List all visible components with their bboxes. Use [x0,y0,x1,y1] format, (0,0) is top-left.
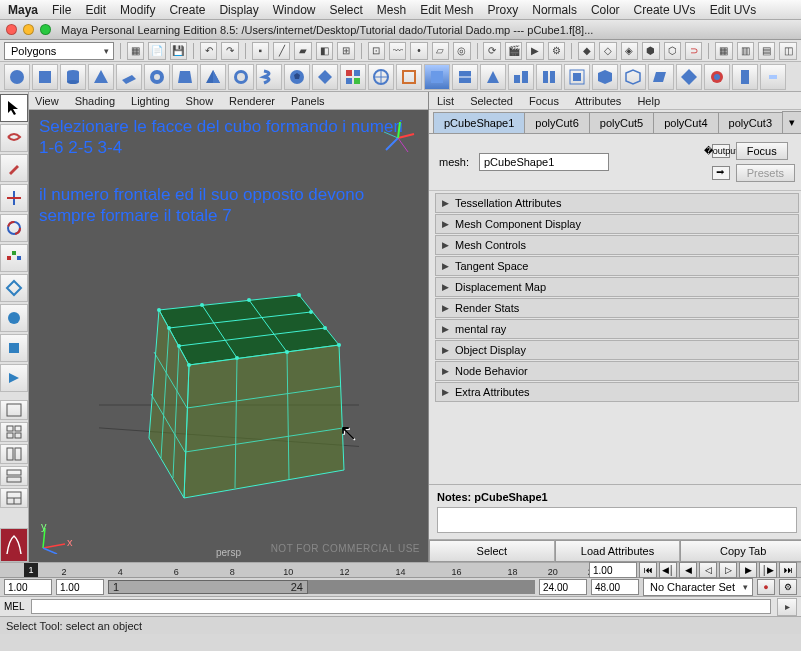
tab-polycut6[interactable]: polyCut6 [524,112,589,133]
load-attributes-button[interactable]: Load Attributes [555,540,681,562]
menu-color[interactable]: Color [591,3,620,17]
last-tool[interactable] [0,364,28,392]
snap-point-button[interactable]: • [410,42,427,60]
undo-button[interactable]: ↶ [200,42,217,60]
shelf-tool-icon[interactable] [676,64,702,90]
sel-vertex-button[interactable]: ▪ [252,42,269,60]
shelf-tool-icon[interactable] [732,64,758,90]
layout-four-button[interactable] [0,422,28,442]
tab-polycut3[interactable]: polyCut3 [718,112,783,133]
section-extra-attributes[interactable]: ▶Extra Attributes [435,382,799,402]
attr-menu-focus[interactable]: Focus [529,95,559,107]
current-frame-marker[interactable]: 1 [24,563,38,577]
attr-menu-selected[interactable]: Selected [470,95,513,107]
snap-live-button[interactable]: ◎ [453,42,470,60]
shelf-tool-icon[interactable] [620,64,646,90]
shelf-tool-icon[interactable] [536,64,562,90]
shelf-tool-icon[interactable] [760,64,786,90]
menu-mesh[interactable]: Mesh [377,3,406,17]
layout-icon[interactable]: ▤ [758,42,775,60]
layout-icon[interactable]: ◫ [779,42,796,60]
go-to-end-button[interactable]: ⏭ [779,562,797,578]
focus-button[interactable]: Focus [736,142,788,160]
paint-select-tool[interactable] [0,154,28,182]
save-scene-button[interactable]: 💾 [170,42,187,60]
attr-menu-help[interactable]: Help [637,95,660,107]
goto-output-icon[interactable]: ⮕ [712,166,730,180]
snap-grid-button[interactable]: ⊡ [368,42,385,60]
playback-speed-field[interactable]: 1.00 [589,562,637,578]
show-manip-tool[interactable] [0,334,28,362]
select-tool[interactable] [0,94,28,122]
time-ruler[interactable]: 1 2 4 6 8 10 12 14 16 18 20 22 24 1 1.00… [0,563,801,578]
redo-button[interactable]: ↷ [221,42,238,60]
playback-start-field[interactable]: 1.00 [56,579,104,595]
shelf-pipe-button[interactable] [228,64,254,90]
menu-window[interactable]: Window [273,3,316,17]
shelf-tool-icon[interactable] [396,64,422,90]
tab-polycut5[interactable]: polyCut5 [589,112,654,133]
section-mesh-component-display[interactable]: ▶Mesh Component Display [435,214,799,234]
sel-uv-button[interactable]: ⊞ [337,42,354,60]
menu-file[interactable]: File [52,3,71,17]
section-tessellation[interactable]: ▶Tessellation Attributes [435,193,799,213]
play-fwd-button[interactable]: ▷ [719,562,737,578]
tab-pcubeshape1[interactable]: pCubeShape1 [433,112,525,133]
step-fwd-button[interactable]: ▶ [739,562,757,578]
misc-icon[interactable]: ◇ [599,42,616,60]
menu-createuvs[interactable]: Create UVs [634,3,696,17]
section-tangent-space[interactable]: ▶Tangent Space [435,256,799,276]
vp-menu-renderer[interactable]: Renderer [229,95,275,107]
shelf-cube-button[interactable] [32,64,58,90]
sel-object-button[interactable]: ◧ [316,42,333,60]
app-menu[interactable]: Maya [8,3,38,17]
shelf-tool-icon[interactable] [648,64,674,90]
manip-tool[interactable] [0,274,28,302]
vp-menu-view[interactable]: View [35,95,59,107]
section-node-behavior[interactable]: ▶Node Behavior [435,361,799,381]
select-node-button[interactable]: Select [429,540,555,562]
soft-mod-tool[interactable] [0,304,28,332]
new-scene-button[interactable]: ▦ [127,42,144,60]
shelf-platonic-button[interactable] [312,64,338,90]
presets-button[interactable]: Presets [736,164,795,182]
section-displacement-map[interactable]: ▶Displacement Map [435,277,799,297]
vp-menu-show[interactable]: Show [186,95,214,107]
command-input[interactable] [31,599,771,614]
shelf-tool-icon[interactable] [368,64,394,90]
misc-icon[interactable]: ⬢ [642,42,659,60]
character-set-selector[interactable]: No Character Set [643,578,753,596]
move-tool[interactable] [0,184,28,212]
shelf-prism-button[interactable] [172,64,198,90]
shelf-tool-icon[interactable] [452,64,478,90]
menu-edit[interactable]: Edit [85,3,106,17]
render-settings-button[interactable]: ⚙ [548,42,565,60]
sel-edge-button[interactable]: ╱ [273,42,290,60]
range-slider[interactable]: 1 24 [108,580,535,594]
menu-display[interactable]: Display [219,3,258,17]
shelf-pyramid-button[interactable] [200,64,226,90]
shelf-cone-button[interactable] [88,64,114,90]
attr-menu-attributes[interactable]: Attributes [575,95,621,107]
section-mental-ray[interactable]: ▶mental ray [435,319,799,339]
window-minimize-button[interactable] [23,24,34,35]
shelf-sphere-button[interactable] [4,64,30,90]
anim-start-field[interactable]: 1.00 [4,579,52,595]
range-handle[interactable]: 1 24 [108,580,308,594]
sel-face-button[interactable]: ▰ [294,42,311,60]
shelf-soccer-button[interactable] [284,64,310,90]
history-button[interactable]: ⟳ [483,42,500,60]
shelf-helix-button[interactable] [256,64,282,90]
attr-menu-list[interactable]: List [437,95,454,107]
shelf-tool-icon[interactable] [564,64,590,90]
misc-icon[interactable]: ◈ [621,42,638,60]
menu-select[interactable]: Select [329,3,362,17]
step-back-button[interactable]: ◀ [679,562,697,578]
layout-misc-button[interactable] [0,466,28,486]
vp-menu-shading[interactable]: Shading [75,95,115,107]
shelf-tool-icon[interactable] [592,64,618,90]
autokey-button[interactable]: ● [757,579,775,595]
menu-set-selector[interactable]: Polygons [4,42,114,60]
render-button[interactable]: 🎬 [505,42,522,60]
notes-textarea[interactable] [437,507,797,533]
